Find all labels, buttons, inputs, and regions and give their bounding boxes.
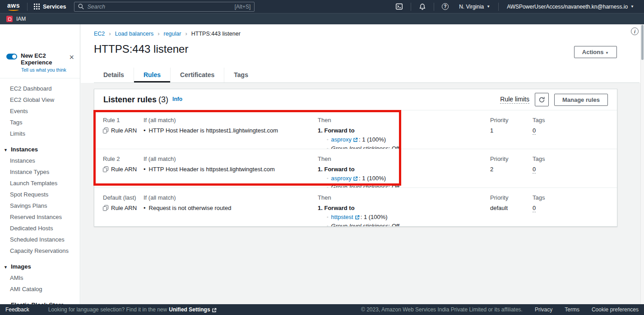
rule-arn-link[interactable]: Rule ARN — [103, 204, 144, 212]
rule-name-cell: Rule 2 Rule ARN — [103, 155, 144, 188]
listener-rules-card: Listener rules(3) Info Rule limits Manag… — [94, 89, 617, 227]
tags-count-link[interactable]: 0 — [533, 127, 536, 135]
tab-details[interactable]: Details — [94, 68, 134, 82]
notifications-bell-icon[interactable] — [414, 3, 431, 10]
sidebar-item[interactable]: Reserved Instances — [0, 211, 80, 223]
aws-swoosh — [8, 9, 19, 11]
refresh-button[interactable] — [535, 93, 549, 106]
tags-column-header: Tags — [533, 116, 617, 124]
region-label: N. Virginia — [459, 4, 484, 10]
sidebar-item[interactable]: Tags — [0, 117, 80, 128]
rule-name: Rule 1 — [103, 116, 144, 124]
copy-icon[interactable] — [103, 205, 108, 211]
sidebar-item[interactable]: Events — [0, 105, 80, 117]
rule-condition: •HTTP Host Header is httpstest.lightwing… — [144, 165, 318, 173]
sidebar-item[interactable]: EC2 Global View — [0, 94, 80, 105]
sidebar-item[interactable]: Launch Templates — [0, 178, 80, 189]
close-icon[interactable]: × — [69, 54, 74, 60]
sidebar-item[interactable]: AMI Catalog — [0, 283, 80, 295]
listener-rule-row: Rule 2 Rule ARN If (all match) •HTTP Hos… — [94, 149, 617, 188]
tab-certificates[interactable]: Certificates — [170, 68, 224, 82]
manage-rules-button[interactable]: Manage rules — [554, 94, 608, 106]
forward-to-label: 1. Forward to — [318, 165, 490, 173]
sidebar-section-ebs[interactable]: ▼Elastic Block Store — [0, 299, 80, 304]
help-icon[interactable]: ? — [437, 3, 454, 10]
account-menu[interactable]: AWSPowerUserAccess/navaneeth.kn@harness.… — [501, 4, 639, 10]
divider — [434, 3, 434, 11]
sidebar-item[interactable]: Limits — [0, 128, 80, 139]
copy-icon[interactable] — [103, 166, 108, 172]
listener-rule-row: Default (last) Rule ARN If (all match) •… — [94, 188, 617, 226]
breadcrumb-regular[interactable]: regular — [164, 31, 181, 37]
stickiness-line: ◦ Group-level stickiness : Off — [318, 183, 490, 188]
search-box[interactable]: [Alt+S] — [74, 2, 255, 12]
target-group-link[interactable]: httpstest — [331, 213, 353, 221]
sidebar-item[interactable]: Dedicated Hosts — [0, 223, 80, 234]
sidebar-item[interactable]: Spot Requests — [0, 189, 80, 200]
cloudshell-icon[interactable] — [390, 3, 408, 10]
target-group-link[interactable]: asproxy — [331, 136, 352, 143]
search-input[interactable] — [87, 4, 231, 10]
terms-link[interactable]: Terms — [565, 306, 579, 313]
tab-rules[interactable]: Rules — [134, 68, 170, 82]
rule-condition-cell: If (all match) •HTTP Host Header is http… — [144, 155, 318, 188]
favorites-item-iam[interactable]: IAM — [16, 16, 26, 22]
rule-condition: •HTTP Host Header is httpstest1.lightwin… — [144, 127, 318, 134]
forward-to-label: 1. Forward to — [318, 204, 490, 212]
tags-count-link[interactable]: 0 — [533, 165, 536, 173]
copyright-text: © 2023, Amazon Web Services India Privat… — [361, 306, 523, 313]
stickiness-line: ◦ Group-level stickiness : Off — [318, 145, 490, 149]
priority-value: 2 — [490, 165, 533, 173]
breadcrumb-ec2[interactable]: EC2 — [94, 31, 105, 37]
rule-name-cell: Rule 1 Rule ARN — [103, 116, 144, 149]
rule-limits-link[interactable]: Rule limits — [500, 96, 529, 104]
external-link-icon[interactable] — [353, 176, 358, 181]
scrollbar-thumb[interactable] — [641, 25, 644, 60]
breadcrumb-separator: › — [109, 30, 111, 37]
external-link-icon[interactable] — [355, 215, 360, 220]
vertical-scrollbar[interactable] — [640, 24, 644, 304]
priority-value: 1 — [490, 127, 533, 134]
search-shortcut-hint: [Alt+S] — [235, 4, 251, 10]
rule-arn-link[interactable]: Rule ARN — [103, 127, 144, 134]
priority-column-header: Priority — [490, 155, 533, 163]
target-group-line: ◦ httpstest : 1 (100%) — [318, 213, 490, 221]
tab-tags[interactable]: Tags — [224, 68, 258, 82]
sidebar-item[interactable]: Scheduled Instances — [0, 234, 80, 245]
info-panel-icon[interactable]: i — [631, 27, 639, 35]
target-group-link[interactable]: asproxy — [331, 174, 352, 182]
sidebar-item[interactable]: AMIs — [0, 272, 80, 283]
sub-bullet: ◦ — [327, 183, 329, 188]
external-link-icon[interactable] — [353, 137, 358, 142]
tags-count-link[interactable]: 0 — [533, 204, 536, 212]
rule-priority-cell: Priority 2 — [490, 155, 533, 188]
region-selector[interactable]: N. Virginia ▼ — [454, 4, 496, 10]
sub-bullet: ◦ — [327, 136, 329, 143]
sidebar-item[interactable]: Savings Plans — [0, 200, 80, 211]
then-column-header: Then — [318, 155, 490, 163]
actions-button[interactable]: Actions ▼ — [574, 46, 617, 58]
sidebar-item[interactable]: Instance Types — [0, 166, 80, 178]
sub-bullet: ◦ — [327, 145, 329, 149]
favorites-bar: IAM — [0, 13, 644, 24]
aws-logo[interactable]: aws — [7, 3, 20, 11]
copy-icon[interactable] — [103, 128, 108, 133]
cookie-preferences-link[interactable]: Cookie preferences — [592, 306, 639, 313]
tell-us-link[interactable]: Tell us what you think — [21, 67, 74, 73]
info-link[interactable]: Info — [172, 96, 182, 102]
if-column-header: If (all match) — [144, 155, 318, 163]
privacy-link[interactable]: Privacy — [535, 306, 552, 313]
sidebar-section-images[interactable]: ▼Images — [0, 261, 80, 272]
sidebar-item[interactable]: Capacity Reservations — [0, 245, 80, 256]
stickiness-label: Group-level stickiness — [331, 145, 389, 149]
unified-settings-link[interactable]: Unified Settings — [169, 306, 217, 313]
sidebar-item[interactable]: EC2 Dashboard — [0, 83, 80, 94]
feedback-link[interactable]: Feedback — [5, 306, 29, 313]
sidebar-item[interactable]: Instances — [0, 155, 80, 166]
sidebar-section-instances[interactable]: ▼Instances — [0, 144, 80, 155]
breadcrumb-load-balancers[interactable]: Load balancers — [115, 31, 153, 37]
rule-name: Rule 2 — [103, 155, 144, 163]
services-menu-button[interactable]: Services — [30, 4, 69, 10]
new-experience-toggle[interactable] — [6, 54, 17, 59]
rule-arn-link[interactable]: Rule ARN — [103, 165, 144, 173]
